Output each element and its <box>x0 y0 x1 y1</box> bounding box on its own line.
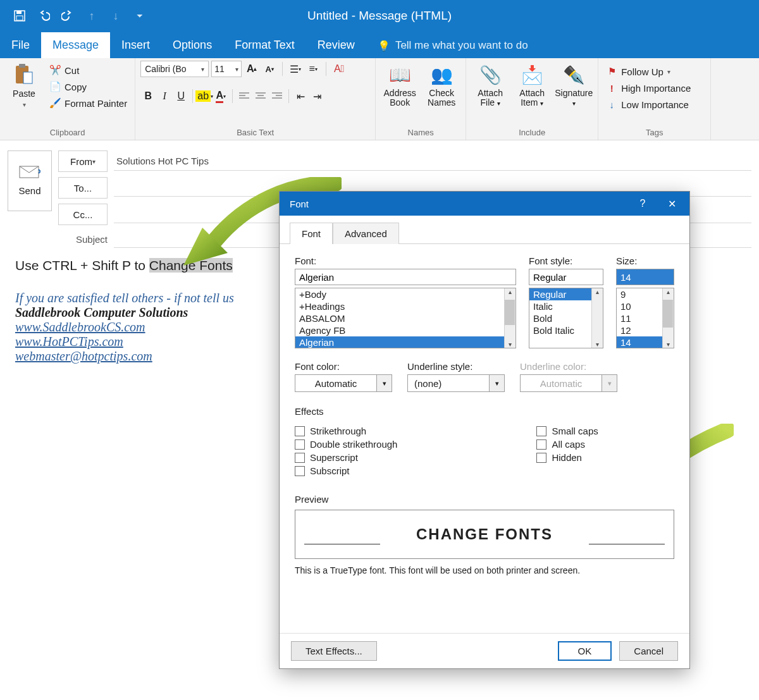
grow-font-button[interactable]: A▴ <box>244 61 259 77</box>
chevron-down-icon: ▾ <box>490 374 505 392</box>
text-effects-button[interactable]: Text Effects... <box>291 641 377 661</box>
checkbox-small-caps[interactable]: Small caps <box>536 426 598 436</box>
font-list[interactable]: +Body +Headings ABSALOM Agency FB Algeri… <box>295 288 516 348</box>
format-painter-button[interactable]: 🖌️Format Painter <box>47 96 130 110</box>
attach-item-button[interactable]: 📩 Attach Item ▾ <box>513 61 551 108</box>
list-item[interactable]: +Headings <box>295 300 515 312</box>
highlight-button[interactable]: ab▾ <box>197 89 212 104</box>
scroll-down-icon[interactable]: ▾ <box>596 341 599 348</box>
tab-format-text[interactable]: Format Text <box>223 32 306 58</box>
align-center-button[interactable] <box>253 89 268 104</box>
signature-button[interactable]: ✒️ Signature▾ <box>555 61 593 108</box>
underline-style-combo[interactable]: (none)▾ <box>407 374 505 392</box>
names-group-label: Names <box>381 126 460 138</box>
cc-button[interactable]: Cc... <box>58 204 108 225</box>
font-input[interactable] <box>295 269 516 285</box>
numbering-button[interactable]: ≡▾ <box>305 61 321 77</box>
list-item[interactable]: Agency FB <box>295 324 515 336</box>
scroll-thumb[interactable] <box>505 300 515 325</box>
follow-up-button[interactable]: ⚑Follow Up▾ <box>603 64 693 78</box>
font-style-list[interactable]: Regular Italic Bold Bold Italic ▴▾ <box>529 288 603 348</box>
tab-file[interactable]: File <box>0 32 41 58</box>
paste-icon <box>13 63 35 86</box>
qat-more-icon[interactable]: ⏷ <box>133 9 147 23</box>
list-item[interactable]: ABSALOM <box>295 312 515 324</box>
font-name-combo[interactable]: Calibri (Bo▾ <box>140 61 209 77</box>
cut-button[interactable]: ✂️Cut <box>47 63 130 77</box>
low-importance-label: Low Importance <box>621 99 689 110</box>
decrease-indent-button[interactable]: ⇤ <box>293 89 308 104</box>
chevron-down-icon: ▾ <box>377 374 392 392</box>
help-button[interactable]: ? <box>629 193 657 214</box>
close-button[interactable]: ✕ <box>658 193 686 214</box>
dialog-titlebar[interactable]: Font ? ✕ <box>280 192 689 216</box>
check-names-button[interactable]: 👥 Check Names <box>423 61 460 108</box>
tab-insert[interactable]: Insert <box>110 32 161 58</box>
redo-icon[interactable] <box>61 9 75 23</box>
send-button[interactable]: Send <box>8 150 52 211</box>
high-importance-button[interactable]: !High Importance <box>603 81 693 95</box>
scroll-up-icon[interactable]: ▴ <box>509 288 512 295</box>
checkbox-superscript[interactable]: Superscript <box>295 452 397 463</box>
dialog-title: Font <box>290 199 309 209</box>
dialog-tab-font[interactable]: Font <box>290 223 333 244</box>
high-importance-label: High Importance <box>621 83 691 94</box>
cancel-button[interactable]: Cancel <box>619 641 678 661</box>
tab-options[interactable]: Options <box>161 32 223 58</box>
from-button[interactable]: From ▾ <box>58 150 108 172</box>
shrink-font-button[interactable]: A▾ <box>262 61 277 77</box>
checkbox-double-strikethrough[interactable]: Double strikethrough <box>295 439 397 450</box>
undo-icon[interactable] <box>37 9 51 23</box>
scroll-down-icon[interactable]: ▾ <box>667 341 670 348</box>
bold-button[interactable]: B <box>140 89 156 104</box>
size-input[interactable] <box>616 269 674 285</box>
up-icon[interactable]: ↑ <box>85 9 99 23</box>
scroll-up-icon[interactable]: ▴ <box>596 288 599 295</box>
checkbox-label: Superscript <box>310 452 358 463</box>
bullets-button[interactable]: ☰▾ <box>288 61 303 77</box>
font-color-button[interactable]: A▾ <box>213 89 228 104</box>
scroll-thumb[interactable] <box>663 300 673 328</box>
font-size-combo[interactable]: 11▾ <box>211 61 242 77</box>
checkbox-label: Small caps <box>552 426 598 436</box>
tab-message[interactable]: Message <box>41 32 110 58</box>
scroll-up-icon[interactable]: ▴ <box>667 288 670 295</box>
tab-review[interactable]: Review <box>306 32 366 58</box>
address-book-button[interactable]: 📖 Address Book <box>381 61 419 108</box>
checkbox-all-caps[interactable]: All caps <box>536 439 598 450</box>
size-list[interactable]: 9 10 11 12 14 ▴▾ <box>616 288 674 348</box>
save-icon[interactable] <box>13 9 27 23</box>
svg-rect-1 <box>16 11 22 14</box>
checkbox-subscript[interactable]: Subscript <box>295 465 397 476</box>
low-importance-button[interactable]: ↓Low Importance <box>603 97 693 111</box>
font-style-input[interactable] <box>529 269 603 285</box>
down-icon[interactable]: ↓ <box>109 9 123 23</box>
attach-file-button[interactable]: 📎 Attach File ▾ <box>471 61 509 108</box>
to-button[interactable]: To... <box>58 177 108 199</box>
from-field[interactable]: Solutions Hot PC Tips <box>114 152 751 171</box>
checkbox-label: Hidden <box>552 452 582 463</box>
dialog-tab-advanced[interactable]: Advanced <box>333 223 399 244</box>
ok-button[interactable]: OK <box>558 641 612 661</box>
signature-icon: ✒️ <box>562 63 585 86</box>
cut-icon: ✂️ <box>49 64 61 76</box>
increase-indent-button[interactable]: ⇥ <box>309 89 324 104</box>
clear-format-button[interactable]: A⃠ <box>331 61 347 77</box>
font-color-combo[interactable]: Automatic▾ <box>295 374 392 392</box>
list-item[interactable]: Algerian <box>295 336 515 348</box>
format-painter-label: Format Painter <box>65 98 127 109</box>
align-right-button[interactable] <box>269 89 285 104</box>
tell-me-search[interactable]: 💡 Tell me what you want to do <box>366 33 540 58</box>
checkbox-strikethrough[interactable]: Strikethrough <box>295 426 397 436</box>
copy-button[interactable]: 📄Copy <box>47 80 130 94</box>
list-item[interactable]: +Body <box>295 288 515 300</box>
underline-button[interactable]: U <box>173 89 188 104</box>
align-left-button[interactable] <box>237 89 252 104</box>
paste-button[interactable]: Paste ▾ <box>5 61 43 108</box>
italic-button[interactable]: I <box>157 89 172 104</box>
scrollbar[interactable]: ▴▾ <box>591 288 603 348</box>
group-include: 📎 Attach File ▾ 📩 Attach Item ▾ ✒️ Signa… <box>466 58 598 140</box>
checkbox-hidden[interactable]: Hidden <box>536 452 598 463</box>
flag-icon: ⚑ <box>606 66 617 77</box>
scroll-down-icon[interactable]: ▾ <box>509 341 512 348</box>
